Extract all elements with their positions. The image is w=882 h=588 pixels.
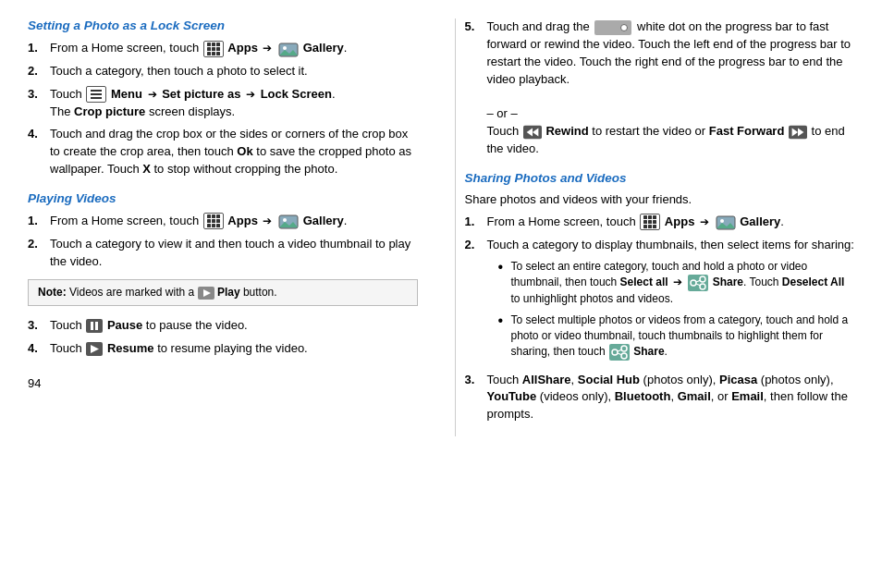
- gallery-label-1: Gallery: [303, 41, 344, 55]
- arrow-1: ➔: [263, 42, 272, 55]
- note-label: Note:: [38, 286, 67, 299]
- rewind-label: Rewind: [545, 124, 588, 138]
- step-lock-1: 1. From a Home screen, touch Apps ➔: [28, 40, 418, 57]
- apps-label-play-1: Apps: [227, 214, 258, 227]
- section-title-sharing: Sharing Photos and Videos: [465, 171, 855, 185]
- step-share-num-2: 2.: [465, 237, 480, 366]
- step-lock-2: 2. Touch a category, then touch a photo …: [28, 63, 418, 80]
- gallery-icon-share-1: [716, 214, 736, 230]
- step-play-num-1: 1.: [28, 213, 43, 230]
- step-play-content-3: Touch Pause to pause the video.: [50, 317, 418, 335]
- note-box: Note: Videos are marked with a Play butt…: [28, 279, 418, 306]
- svg-point-1: [283, 46, 287, 50]
- note-text: Videos are marked with a: [69, 286, 198, 299]
- arrow-menu: ➔: [148, 88, 157, 101]
- step-content-1: From a Home screen, touch Apps ➔: [50, 40, 418, 57]
- step-lock-4: 4. Touch and drag the crop box or the si…: [28, 126, 418, 178]
- apps-icon-1: [203, 41, 224, 57]
- page-layout: Setting a Photo as a Lock Screen 1. From…: [28, 18, 854, 436]
- step-share-1: 1. From a Home screen, touch Apps ➔: [465, 214, 855, 231]
- bullet-2-text: To select multiple photos or videos from…: [511, 312, 855, 361]
- play-note-icon: [198, 287, 214, 300]
- share-icon-2: [609, 344, 630, 361]
- bullet-1: • To select an entire category, touch an…: [498, 259, 855, 307]
- svg-point-18: [720, 219, 724, 223]
- step-num-1: 1.: [28, 40, 43, 57]
- menu-icon: [86, 86, 106, 103]
- step-lock-3: 3. Touch Menu ➔ Set picture as: [28, 86, 418, 121]
- step5-list: 5. Touch and drag the white dot on the p…: [465, 18, 855, 158]
- playing-steps: 1. From a Home screen, touch Apps ➔: [28, 213, 418, 271]
- step-num-4: 4.: [28, 126, 43, 178]
- step-num-3: 3.: [28, 86, 43, 121]
- step-share-content-3: Touch AllShare, Social Hub (photos only)…: [487, 372, 855, 424]
- step-num-2: 2.: [28, 63, 43, 80]
- step-content-5: Touch and drag the white dot on the prog…: [487, 18, 855, 158]
- page-number: 94: [28, 376, 418, 390]
- pause-label: Pause: [107, 318, 142, 332]
- step-play-1: 1. From a Home screen, touch Apps ➔: [28, 213, 418, 230]
- apps-label-1: Apps: [227, 41, 258, 55]
- step-play-content-4: Touch Resume to resume playing the video…: [50, 340, 418, 358]
- gallery-label-play-1: Gallery: [303, 214, 344, 227]
- step-content-2: Touch a category, then touch a photo to …: [50, 63, 418, 80]
- step5-section: 5. Touch and drag the white dot on the p…: [465, 18, 855, 158]
- pause-icon: [86, 319, 103, 334]
- step-share-content-1: From a Home screen, touch Apps ➔: [487, 214, 855, 231]
- note-text2: button.: [243, 286, 277, 299]
- sharing-intro: Share photos and videos with your friend…: [465, 192, 855, 206]
- step-share-2: 2. Touch a category to display thumbnail…: [465, 237, 855, 366]
- step-share-num-3: 3.: [465, 372, 480, 424]
- progressbar-dot: [620, 24, 628, 31]
- apps-label-share-1: Apps: [665, 214, 695, 228]
- step-share-3: 3. Touch AllShare, Social Hub (photos on…: [465, 372, 855, 424]
- sharing-steps: 1. From a Home screen, touch Apps ➔: [465, 214, 855, 423]
- step-play-num-2: 2.: [28, 236, 43, 271]
- fastforward-icon: [789, 125, 807, 140]
- step-right-5: 5. Touch and drag the white dot on the p…: [465, 18, 855, 158]
- bullet-2: • To select multiple photos or videos fr…: [498, 312, 855, 361]
- or-text: – or –: [487, 106, 518, 120]
- sharing-bullets: • To select an entire category, touch an…: [498, 259, 855, 360]
- apps-icon-play-1: [203, 213, 224, 229]
- apps-icon-share-1: [640, 214, 660, 230]
- fastforward-label: Fast Forward: [709, 124, 785, 138]
- step-play-content-1: From a Home screen, touch Apps ➔: [50, 213, 418, 230]
- lock-screen-steps: 1. From a Home screen, touch Apps ➔: [28, 40, 418, 178]
- section-title-lock-screen: Setting a Photo as a Lock Screen: [28, 18, 418, 32]
- gallery-icon-1: [278, 41, 299, 57]
- menu-label: Menu: [111, 87, 142, 101]
- step-content-4: Touch and drag the crop box or the sides…: [50, 126, 418, 178]
- bullet-1-text: To select an entire category, touch and …: [511, 259, 855, 307]
- lock-screen-label: Lock Screen: [261, 87, 332, 101]
- playing-steps2: 3. Touch Pause to pause the video. 4. To…: [28, 317, 418, 358]
- step-play-4: 4. Touch Resume to resume playing the vi…: [28, 340, 418, 358]
- step-play-num-4: 4.: [28, 340, 43, 358]
- crop-note: The Crop picture screen displays.: [50, 104, 235, 118]
- step-content-3: Touch Menu ➔ Set picture as ➔ Loc: [50, 86, 418, 121]
- section-playing-videos: Playing Videos 1. From a Home screen, to…: [28, 191, 418, 358]
- progressbar-icon: [594, 20, 631, 35]
- gallery-icon-play-1: [278, 213, 299, 229]
- resume-label: Resume: [107, 341, 154, 355]
- apps-grid-1: [207, 43, 220, 55]
- play-label-note: Play: [217, 286, 240, 299]
- right-column: 5. Touch and drag the white dot on the p…: [455, 18, 855, 436]
- step-play-3: 3. Touch Pause to pause the video.: [28, 317, 418, 335]
- resume-icon: [86, 342, 103, 357]
- step-play-content-2: Touch a category to view it and then tou…: [50, 236, 418, 271]
- svg-rect-8: [95, 322, 98, 330]
- step-share-content-2: Touch a category to display thumbnails, …: [487, 237, 855, 366]
- share-icon-1: [688, 275, 708, 291]
- svg-rect-7: [91, 322, 93, 330]
- svg-rect-6: [86, 319, 103, 333]
- arrow-set: ➔: [246, 88, 255, 101]
- step-share-num-1: 1.: [465, 214, 480, 231]
- step-play-num-3: 3.: [28, 317, 43, 335]
- section-setting-photo: Setting a Photo as a Lock Screen 1. From…: [28, 18, 418, 178]
- left-column: Setting a Photo as a Lock Screen 1. From…: [28, 18, 427, 436]
- step-play-2: 2. Touch a category to view it and then …: [28, 236, 418, 271]
- step-num-5: 5.: [465, 18, 480, 158]
- svg-point-3: [283, 218, 287, 222]
- gallery-label-share-1: Gallery: [740, 214, 780, 228]
